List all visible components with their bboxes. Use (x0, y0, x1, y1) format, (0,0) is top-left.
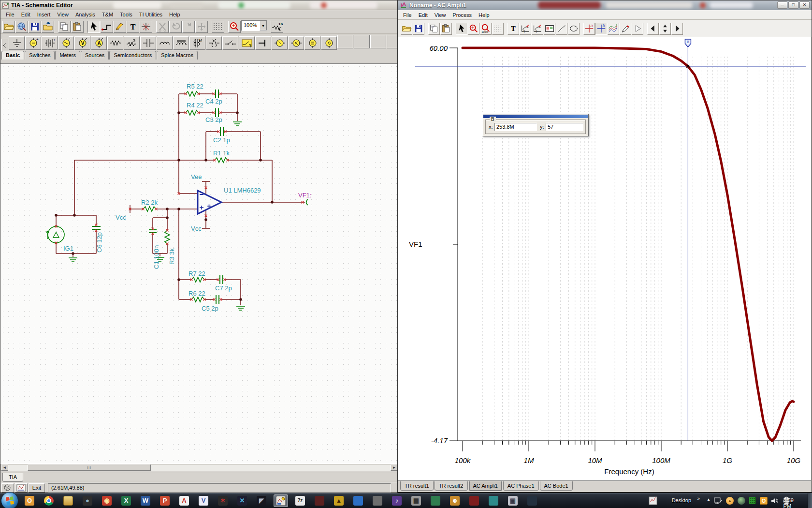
result-tab-ac-bode1[interactable]: AC Bode1 (540, 481, 573, 491)
cursor-box-titlebar[interactable] (483, 115, 588, 118)
app-icon-19[interactable] (370, 494, 385, 507)
save-button[interactable] (413, 23, 424, 35)
result-tab-ac-ampli1[interactable]: AC Ampli1 (469, 481, 502, 491)
plot-menu-file[interactable]: File (400, 11, 415, 19)
schematic-menu-tools[interactable]: Tools (116, 11, 136, 18)
component-scroll-left-button[interactable] (1, 39, 8, 52)
terminal-button[interactable] (255, 36, 271, 50)
schematic-hscrollbar[interactable]: ◄ III ► (0, 464, 398, 471)
cut-button[interactable] (156, 21, 169, 33)
macro-ic-3-button[interactable] (304, 36, 320, 50)
status-run-button[interactable] (1, 483, 14, 493)
schematic-menu-help[interactable]: Help (166, 11, 184, 18)
component-1k-button[interactable]: 1K (271, 21, 283, 33)
app-icon-25[interactable] (486, 494, 501, 507)
schematic-menu-analysis[interactable]: Analysis (72, 11, 99, 18)
controlled-switch-button[interactable]: T (239, 36, 255, 50)
plot-menu-view[interactable]: View (431, 11, 450, 19)
excel-icon[interactable]: X (119, 494, 133, 507)
copy-button[interactable] (58, 21, 71, 33)
scroll-spin-button[interactable] (659, 23, 671, 35)
cursor-readout-box[interactable]: B x: 253.8M y: 57 (482, 114, 589, 136)
schematic-menu-file[interactable]: File (2, 11, 18, 18)
potentiometer-button[interactable] (124, 36, 140, 50)
exit-button[interactable]: Exit (29, 483, 45, 493)
chrome-icon[interactable] (42, 494, 56, 507)
scroll-right-arrow[interactable]: ► (391, 464, 398, 471)
macro-ic-2-button[interactable] (288, 36, 304, 50)
taskbar-clock[interactable]: 3:59 PM (783, 497, 794, 508)
iron-core-inductor-button[interactable] (173, 36, 189, 50)
switch-button[interactable] (222, 36, 238, 50)
app-icon-20[interactable]: ♪ (390, 494, 404, 507)
macro-ic-4-button[interactable] (321, 36, 337, 50)
grid-toggle-button[interactable] (492, 23, 504, 35)
component-tab-basic[interactable]: Basic (1, 51, 24, 60)
open-file-button[interactable] (2, 21, 15, 33)
ti-app-icon[interactable]: ✶ (216, 494, 230, 507)
minimize-button[interactable]: ─ (777, 1, 787, 9)
powerpoint-icon[interactable]: P (158, 494, 172, 507)
paste-button[interactable] (71, 21, 84, 33)
maximize-button[interactable]: □ (788, 1, 798, 9)
play-button[interactable] (632, 23, 643, 35)
schematic-menu-ti-utilities[interactable]: TI Utilities (136, 11, 166, 18)
inductor-button[interactable] (157, 36, 173, 50)
legend-button[interactable] (544, 23, 555, 35)
component-tab-semiconductors[interactable]: Semiconductors (109, 51, 156, 60)
cursor-y-value[interactable]: 57 (546, 123, 583, 131)
delete-wire-button[interactable] (140, 21, 152, 33)
text-tool-button[interactable]: T (508, 23, 519, 35)
network-icon[interactable] (714, 497, 722, 505)
result-tab-tr-result2[interactable]: TR result2 (435, 481, 468, 491)
app-icon-26[interactable]: ▣ (506, 494, 520, 507)
component-tab-spice-macros[interactable]: Spice Macros (157, 51, 198, 60)
tray-chart-icon[interactable] (649, 496, 657, 505)
7zip-icon[interactable]: 7z (293, 494, 307, 507)
outlook-icon[interactable]: O (22, 494, 37, 507)
marker-pen-button[interactable] (620, 23, 631, 35)
result-tab-tr-result1[interactable]: TR result1 (400, 481, 434, 491)
component-tab-sources[interactable]: Sources (81, 51, 109, 60)
transformer-button[interactable]: M (189, 36, 205, 50)
app-icon-18[interactable] (351, 494, 365, 507)
word-icon[interactable]: W (138, 494, 153, 507)
show-desktop-button[interactable] (808, 493, 812, 508)
dark-app-icon[interactable]: ◤ (254, 494, 269, 507)
line-tool-button[interactable] (556, 23, 567, 35)
acrobat-icon[interactable]: A (177, 494, 191, 507)
resistor-button[interactable] (107, 36, 123, 50)
move-tool-button[interactable] (195, 21, 208, 33)
zoom-out-button[interactable]: 100% (480, 23, 492, 35)
app-icon-27[interactable] (525, 494, 539, 507)
text-tool-button[interactable]: T (127, 21, 139, 33)
schematic-menu-view[interactable]: View (54, 11, 72, 18)
coupled-inductors-button[interactable] (206, 36, 222, 50)
zoom-level-select[interactable]: 100%▼ (241, 20, 267, 31)
voltmeter-button[interactable]: V (74, 36, 90, 50)
desktop-toolbar-label[interactable]: Desktop (672, 497, 691, 503)
zoom-tool-button[interactable] (228, 21, 241, 33)
curves-style-button[interactable] (608, 23, 619, 35)
tina-app-icon[interactable] (274, 494, 288, 507)
media-app-icon[interactable]: ● (80, 494, 95, 507)
app-icon-24[interactable] (467, 494, 481, 507)
visio-icon[interactable]: V (196, 494, 211, 507)
ellipse-tool-button[interactable] (568, 23, 580, 35)
export-file-button[interactable] (42, 21, 54, 33)
voltage-generator-button[interactable] (58, 36, 74, 50)
schematic-titlebar[interactable]: TIA - Schematic Editor (0, 0, 406, 10)
plot-menu-process[interactable]: Process (449, 11, 475, 19)
hidden-icons-arrow[interactable]: ▲ (707, 497, 710, 502)
redo-button[interactable] (182, 21, 195, 33)
scroll-left-arrow[interactable]: ◄ (1, 464, 8, 471)
cursor-b-marker[interactable]: B (685, 39, 691, 47)
zoom-in-button[interactable] (468, 23, 479, 35)
start-button[interactable] (1, 492, 18, 508)
pen-tool-button[interactable] (114, 21, 126, 33)
vf1-curve[interactable] (463, 48, 794, 441)
cursor-x-value[interactable]: 253.8M (494, 123, 537, 131)
outlook-tray-icon[interactable]: O (760, 497, 768, 505)
edit-curve-button[interactable]: T (520, 23, 531, 35)
app-icon-23[interactable]: ☻ (448, 494, 462, 507)
